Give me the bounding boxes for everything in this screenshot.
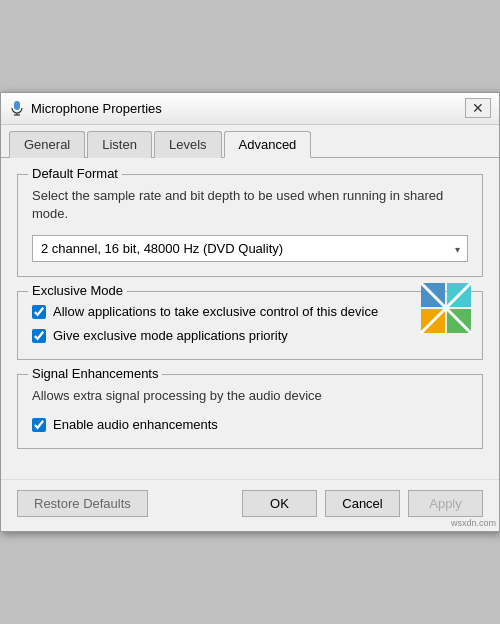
exclusive-control-label: Allow applications to take exclusive con… — [53, 304, 378, 321]
default-format-label: Default Format — [28, 166, 122, 181]
watermark: wsxdn.com — [451, 518, 496, 528]
exclusive-priority-checkbox[interactable] — [32, 329, 46, 343]
title-bar: Microphone Properties ✕ — [1, 93, 499, 125]
dialog-footer: Restore Defaults OK Cancel Apply — [1, 479, 499, 531]
default-format-description: Select the sample rate and bit depth to … — [32, 187, 468, 223]
cancel-button[interactable]: Cancel — [325, 490, 400, 517]
tab-content: Default Format Select the sample rate an… — [1, 158, 499, 479]
sample-rate-dropdown[interactable]: 1 channel, 16 bit, 44100 Hz (CD Quality)… — [32, 235, 468, 262]
restore-defaults-button[interactable]: Restore Defaults — [17, 490, 148, 517]
exclusive-control-checkbox[interactable] — [32, 305, 46, 319]
microphone-icon — [9, 100, 25, 116]
dialog-window: Microphone Properties ✕ General Listen L… — [0, 92, 500, 532]
tab-listen[interactable]: Listen — [87, 131, 152, 158]
exclusive-priority-label: Give exclusive mode applications priorit… — [53, 328, 288, 345]
close-button[interactable]: ✕ — [465, 98, 491, 118]
default-format-group: Default Format Select the sample rate an… — [17, 174, 483, 277]
tab-advanced[interactable]: Advanced — [224, 131, 312, 158]
audio-enhancements-row: Enable audio enhancements — [32, 417, 468, 434]
svg-rect-0 — [14, 101, 20, 110]
tab-bar: General Listen Levels Advanced — [1, 125, 499, 158]
audio-enhancements-checkbox[interactable] — [32, 418, 46, 432]
footer-action-buttons: OK Cancel Apply — [242, 490, 483, 517]
title-bar-left: Microphone Properties — [9, 100, 162, 116]
signal-enhancements-group: Signal Enhancements Allows extra signal … — [17, 374, 483, 449]
signal-enhancements-label: Signal Enhancements — [28, 366, 162, 381]
exclusive-mode-label: Exclusive Mode — [28, 283, 127, 298]
apply-button[interactable]: Apply — [408, 490, 483, 517]
window-title: Microphone Properties — [31, 101, 162, 116]
sample-rate-dropdown-wrapper: 1 channel, 16 bit, 44100 Hz (CD Quality)… — [32, 235, 468, 262]
tab-general[interactable]: General — [9, 131, 85, 158]
signal-enhancements-description: Allows extra signal processing by the au… — [32, 387, 468, 405]
tab-levels[interactable]: Levels — [154, 131, 222, 158]
windows-logo-decoration — [420, 282, 472, 334]
ok-button[interactable]: OK — [242, 490, 317, 517]
audio-enhancements-label: Enable audio enhancements — [53, 417, 218, 434]
exclusive-priority-row: Give exclusive mode applications priorit… — [32, 328, 468, 345]
exclusive-mode-group: Exclusive Mode — [17, 291, 483, 360]
exclusive-control-row: Allow applications to take exclusive con… — [32, 304, 468, 321]
